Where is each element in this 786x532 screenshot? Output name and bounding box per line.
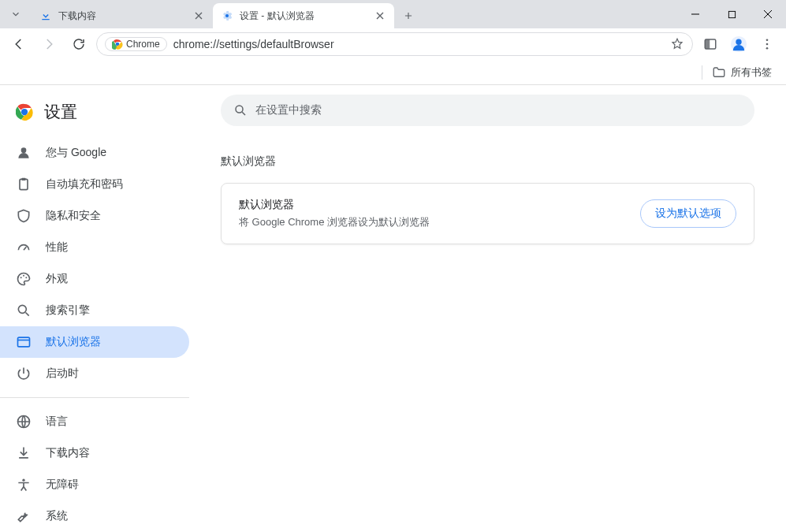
- omnibox[interactable]: Chrome chrome://settings/defaultBrowser: [96, 32, 693, 56]
- sidebar-item-label: 语言: [46, 415, 68, 429]
- card-subtitle: 将 Google Chrome 浏览器设为默认浏览器: [239, 215, 430, 229]
- page-title: 设置: [44, 101, 77, 123]
- svg-point-14: [21, 147, 27, 153]
- svg-point-8: [766, 39, 769, 41]
- sidebar-item-system[interactable]: 系统: [0, 500, 189, 532]
- tab-label: 下载内容: [58, 9, 192, 23]
- settings-content: 在设置中搜索 默认浏览器 默认浏览器 将 Google Chrome 浏览器设为…: [189, 85, 786, 532]
- folder-icon: [712, 65, 726, 80]
- svg-point-7: [736, 39, 741, 45]
- sidebar-item-label: 搜索引擎: [46, 303, 90, 318]
- star-icon: [670, 37, 684, 51]
- download-icon: [39, 9, 52, 22]
- window-controls: [677, 0, 786, 28]
- svg-point-23: [22, 479, 24, 482]
- side-panel-button[interactable]: [698, 32, 723, 57]
- search-icon: [16, 303, 32, 318]
- make-default-button[interactable]: 设为默认选项: [640, 199, 736, 228]
- wrench-icon: [16, 508, 32, 524]
- sidebar-item-languages[interactable]: 语言: [0, 406, 189, 437]
- sidebar-item-label: 无障碍: [46, 478, 79, 492]
- search-placeholder: 在设置中搜索: [255, 103, 322, 117]
- card-title: 默认浏览器: [239, 198, 430, 212]
- sidebar-item-label: 系统: [46, 509, 68, 523]
- sidebar-item-appearance[interactable]: 外观: [0, 263, 189, 295]
- sidebar-item-performance[interactable]: 性能: [0, 232, 189, 263]
- reload-button[interactable]: [66, 32, 91, 57]
- speedometer-icon: [16, 240, 32, 255]
- svg-point-17: [20, 277, 22, 278]
- svg-rect-1: [728, 11, 735, 17]
- chrome-logo-icon: [112, 39, 123, 50]
- person-icon: [16, 145, 32, 161]
- plus-icon: [403, 10, 414, 21]
- svg-point-9: [766, 43, 769, 46]
- minimize-button[interactable]: [677, 0, 713, 28]
- accessibility-icon: [16, 477, 32, 493]
- close-icon[interactable]: [192, 9, 205, 22]
- sidebar-item-you-and-google[interactable]: 您与 Google: [0, 137, 189, 169]
- forward-button[interactable]: [36, 32, 61, 57]
- divider: [0, 397, 189, 398]
- sidebar-item-label: 默认浏览器: [46, 335, 101, 349]
- sidebar-item-downloads[interactable]: 下载内容: [0, 437, 189, 469]
- avatar-icon: [730, 35, 747, 53]
- kebab-icon: [760, 37, 774, 51]
- profile-avatar-button[interactable]: [728, 33, 750, 55]
- tab-search-button[interactable]: [0, 0, 32, 28]
- download-icon: [16, 445, 32, 461]
- sidebar-item-default-browser[interactable]: 默认浏览器: [0, 326, 189, 358]
- sidebar-item-accessibility[interactable]: 无障碍: [0, 469, 189, 500]
- chevron-down-icon: [10, 9, 21, 20]
- sidebar-item-autofill[interactable]: 自动填充和密码: [0, 169, 189, 200]
- svg-rect-5: [705, 39, 710, 49]
- svg-point-20: [18, 305, 26, 313]
- overflow-menu-button[interactable]: [754, 32, 780, 57]
- browser-toolbar: Chrome chrome://settings/defaultBrowser: [0, 28, 786, 60]
- sidebar-item-privacy[interactable]: 隐私和安全: [0, 200, 189, 232]
- settings-page: 设置 您与 Google 自动填充和密码 隐私和安全 性能 外观 搜索引擎: [0, 85, 786, 532]
- globe-icon: [16, 414, 32, 430]
- close-icon[interactable]: [374, 9, 386, 22]
- back-button[interactable]: [6, 32, 32, 57]
- url-text: chrome://settings/defaultBrowser: [173, 38, 664, 50]
- tab-settings[interactable]: 设置 - 默认浏览器: [213, 3, 394, 28]
- sidebar-item-search-engine[interactable]: 搜索引擎: [0, 295, 189, 326]
- settings-sidebar[interactable]: 设置 您与 Google 自动填充和密码 隐私和安全 性能 外观 搜索引擎: [0, 85, 189, 532]
- browser-icon: [16, 334, 32, 350]
- sidebar-item-label: 您与 Google: [46, 146, 106, 160]
- section-heading: 默认浏览器: [221, 154, 754, 169]
- sidebar-item-label: 自动填充和密码: [46, 177, 123, 192]
- tab-label: 设置 - 默认浏览器: [240, 9, 374, 23]
- palette-icon: [16, 271, 32, 287]
- settings-brand: 设置: [0, 95, 189, 137]
- power-icon: [16, 366, 32, 381]
- chrome-logo-icon: [16, 103, 33, 121]
- svg-point-18: [23, 275, 24, 277]
- window-titlebar: 下载内容 设置 - 默认浏览器: [0, 0, 786, 28]
- sidebar-item-label: 性能: [46, 240, 68, 255]
- search-icon: [233, 103, 248, 117]
- svg-point-10: [766, 47, 769, 50]
- settings-search-input[interactable]: 在设置中搜索: [221, 95, 754, 126]
- new-tab-button[interactable]: [397, 5, 419, 27]
- svg-rect-21: [18, 337, 30, 347]
- bookmark-star-button[interactable]: [670, 37, 684, 51]
- divider: [702, 65, 702, 80]
- tab-downloads[interactable]: 下载内容: [32, 3, 213, 28]
- maximize-button[interactable]: [713, 0, 750, 28]
- default-browser-card: 默认浏览器 将 Google Chrome 浏览器设为默认浏览器 设为默认选项: [221, 183, 754, 244]
- all-bookmarks-label: 所有书签: [731, 65, 772, 80]
- svg-point-19: [25, 277, 27, 278]
- all-bookmarks-button[interactable]: 所有书签: [707, 62, 777, 83]
- svg-rect-15: [20, 179, 28, 189]
- close-window-button[interactable]: [750, 0, 786, 28]
- shield-icon: [16, 208, 32, 224]
- gear-icon: [221, 9, 233, 22]
- sidebar-item-label: 隐私和安全: [46, 209, 101, 223]
- site-chip[interactable]: Chrome: [105, 37, 167, 51]
- bookmarks-bar: 所有书签: [0, 60, 786, 85]
- sidebar-item-on-startup[interactable]: 启动时: [0, 358, 189, 389]
- site-chip-label: Chrome: [126, 39, 160, 50]
- sidebar-item-label: 启动时: [46, 366, 79, 381]
